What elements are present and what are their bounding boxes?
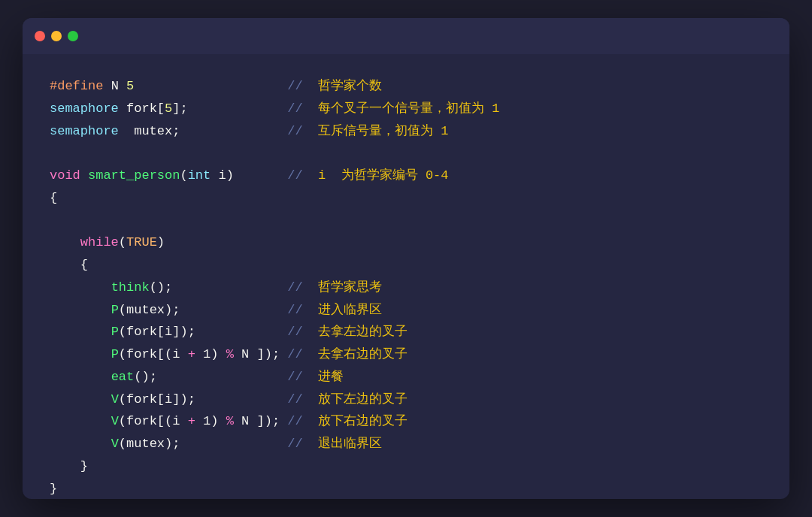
code-line-1: #define N 5 // 哲学家个数: [50, 75, 762, 98]
code-line-2: semaphore fork[5]; // 每个叉子一个信号量，初值为 1: [50, 98, 762, 120]
code-line-6: while(TRUE): [50, 231, 762, 254]
maximize-button[interactable]: [68, 31, 78, 41]
code-line-12: eat(); // 进餐: [50, 366, 762, 389]
define-keyword: #define: [50, 75, 111, 98]
code-line-11: P(fork[(i + 1) % N ]); // 去拿右边的叉子: [50, 343, 762, 366]
code-line-16: }: [50, 455, 762, 478]
code-line-7: {: [50, 254, 762, 277]
code-line-10: P(fork[i]); // 去拿左边的叉子: [50, 321, 762, 343]
code-line-13: V(fork[i]); // 放下左边的叉子: [50, 389, 762, 411]
code-window: #define N 5 // 哲学家个数 semaphore fork[5]; …: [23, 18, 789, 499]
code-area: #define N 5 // 哲学家个数 semaphore fork[5]; …: [23, 54, 789, 499]
minimize-button[interactable]: [51, 31, 62, 41]
code-line-17: }: [50, 478, 762, 500]
code-line-9: P(mutex); // 进入临界区: [50, 299, 762, 322]
titlebar: [23, 18, 789, 54]
code-line-5: {: [50, 187, 762, 210]
empty-line-1: [50, 142, 762, 165]
code-line-14: V(fork[(i + 1) % N ]); // 放下右边的叉子: [50, 410, 762, 433]
code-line-8: think(); // 哲学家思考: [50, 277, 762, 299]
empty-line-2: [50, 210, 762, 232]
code-line-4: void smart_person(int i) // i 为哲学家编号 0-4: [50, 165, 762, 187]
code-line-15: V(mutex); // 退出临界区: [50, 433, 762, 455]
close-button[interactable]: [35, 31, 45, 41]
code-line-3: semaphore mutex; // 互斥信号量，初值为 1: [50, 120, 762, 143]
